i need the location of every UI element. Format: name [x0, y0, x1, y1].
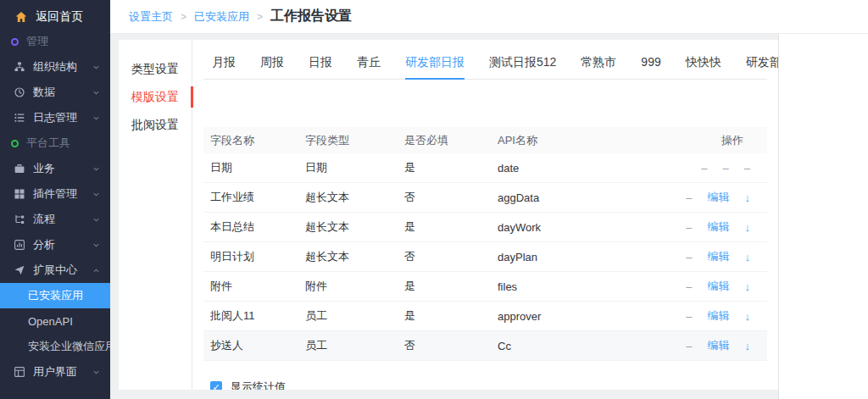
- back-to-home[interactable]: 返回首页: [0, 0, 110, 29]
- sidebar-item-label: 插件管理: [33, 186, 77, 202]
- sitemap-icon: [14, 62, 25, 72]
- tab-快快快[interactable]: 快快快: [686, 40, 721, 79]
- ring-icon: [11, 140, 19, 147]
- sidebar-group-label: 管理: [26, 34, 48, 49]
- sidebar-group-平台工具[interactable]: 平台工具: [0, 130, 110, 156]
- cell-actions: –编辑↓: [665, 331, 767, 361]
- ring-icon: [11, 38, 19, 46]
- cell-required: 是: [398, 213, 491, 242]
- edit-button[interactable]: 编辑: [708, 308, 730, 324]
- move-down-icon[interactable]: ↓: [745, 191, 751, 204]
- move-down-icon[interactable]: ↓: [745, 221, 751, 234]
- chevron-down-icon: [92, 216, 100, 224]
- cell-type: 超长文本: [298, 213, 398, 242]
- page-title: 工作报告设置: [270, 8, 352, 25]
- chevron-down-icon: [92, 165, 100, 173]
- cell-required: 是: [398, 302, 491, 331]
- edit-button[interactable]: 编辑: [708, 190, 730, 205]
- tab-999[interactable]: 999: [641, 40, 660, 79]
- tab-常熟市[interactable]: 常熟市: [581, 40, 616, 79]
- cell-actions: –编辑↓: [665, 183, 767, 213]
- settings-nav-item-批阅设置[interactable]: 批阅设置: [119, 111, 192, 139]
- tab-研发部日报[interactable]: 研发部日报: [405, 40, 465, 80]
- clock-icon: [14, 87, 25, 97]
- action-placeholder: –: [686, 221, 692, 234]
- sidebar-item-流程[interactable]: 流程: [0, 207, 110, 232]
- sidebar-subitem-label: 安装企业微信应用: [28, 339, 110, 354]
- table-row-批阅人11: 批阅人11员工是approver–编辑↓: [203, 302, 767, 331]
- breadcrumb: 设置主页>已安装应用>工作报告设置: [129, 8, 352, 25]
- move-down-icon[interactable]: ↓: [745, 340, 751, 352]
- sidebar-item-分析[interactable]: 分析: [0, 232, 110, 258]
- move-down-icon[interactable]: ↓: [745, 251, 751, 263]
- cell-type: 员工: [298, 302, 398, 331]
- sidebar-subitem-label: OpenAPI: [28, 315, 73, 328]
- table-row-本日总结: 本日总结超长文本是dayWork–编辑↓: [203, 213, 767, 242]
- show-stats-checkbox[interactable]: ✓: [210, 381, 222, 390]
- edit-button[interactable]: 编辑: [708, 249, 730, 264]
- cell-api: date: [491, 153, 665, 183]
- tab-青丘[interactable]: 青丘: [357, 40, 381, 79]
- settings-nav-item-类型设置[interactable]: 类型设置: [119, 55, 192, 83]
- breadcrumb-link[interactable]: 设置主页: [129, 9, 173, 25]
- breadcrumb-link[interactable]: 已安装应用: [194, 9, 249, 25]
- home-icon: [15, 11, 27, 23]
- sidebar-nav: 管理组织结构数据日志管理平台工具业务插件管理流程分析扩展中心已安装应用OpenA…: [0, 29, 110, 385]
- sidebar-item-label: 分析: [33, 237, 55, 252]
- move-down-icon[interactable]: ↓: [745, 310, 751, 323]
- cell-required: 是: [398, 153, 491, 183]
- cell-name: 日期: [203, 153, 298, 183]
- page-background: 类型设置模版设置批阅设置 月报周报日报青丘研发部日报测试日报512常熟市999快…: [110, 34, 778, 399]
- cell-type: 超长文本: [298, 183, 398, 213]
- tab-研发部月报[interactable]: 研发部月报: [746, 40, 778, 79]
- layout-icon: [14, 367, 25, 377]
- sidebar-item-业务[interactable]: 业务: [0, 156, 110, 181]
- settings-nav-item-模版设置[interactable]: 模版设置: [119, 83, 192, 111]
- action-placeholder: –: [744, 162, 750, 175]
- show-stats-label: 显示统计值: [231, 380, 286, 390]
- edit-button[interactable]: 编辑: [708, 219, 730, 235]
- chevron-up-icon: [92, 267, 100, 274]
- edit-button[interactable]: 编辑: [708, 338, 730, 353]
- sidebar-item-label: 业务: [33, 161, 55, 176]
- sidebar-subitem-label: 已安装应用: [28, 288, 83, 303]
- cell-name: 附件: [203, 272, 298, 302]
- sidebar-subitem-OpenAPI[interactable]: OpenAPI: [0, 308, 110, 334]
- check-icon: ✓: [212, 383, 220, 391]
- settings-card: 类型设置模版设置批阅设置 月报周报日报青丘研发部日报测试日报512常熟市999快…: [119, 40, 778, 390]
- tab-日报[interactable]: 日报: [309, 40, 332, 79]
- template-tabs: 月报周报日报青丘研发部日报测试日报512常熟市999快快快研发部月报研发部周报: [203, 40, 767, 80]
- action-placeholder: –: [686, 191, 692, 204]
- action-placeholder: –: [701, 162, 707, 175]
- sidebar-subitem-已安装应用[interactable]: 已安装应用: [0, 283, 110, 308]
- table-row-附件: 附件附件是files–编辑↓: [203, 272, 767, 302]
- sidebar-subitem-安装企业微信应用[interactable]: 安装企业微信应用: [0, 334, 110, 359]
- field-table: 字段名称字段类型是否必填API名称操作 日期日期是date–––工作业绩超长文本…: [203, 127, 767, 361]
- sidebar-item-用户界面[interactable]: 用户界面: [0, 359, 110, 385]
- edit-button[interactable]: 编辑: [708, 279, 730, 294]
- grid-icon: [14, 189, 25, 199]
- cell-api: Cc: [491, 331, 665, 361]
- sidebar-item-扩展中心[interactable]: 扩展中心: [0, 258, 110, 283]
- sidebar-item-插件管理[interactable]: 插件管理: [0, 181, 110, 207]
- tab-测试日报512[interactable]: 测试日报512: [489, 40, 556, 79]
- chart-icon: [14, 240, 25, 250]
- tab-周报[interactable]: 周报: [260, 40, 284, 79]
- sidebar-group-管理[interactable]: 管理: [0, 29, 110, 54]
- sidebar-item-数据[interactable]: 数据: [0, 80, 110, 105]
- sidebar-group-label: 平台工具: [26, 136, 70, 151]
- sidebar-item-组织结构[interactable]: 组织结构: [0, 54, 110, 80]
- back-to-home-label: 返回首页: [36, 9, 83, 25]
- move-down-icon[interactable]: ↓: [745, 280, 751, 293]
- action-placeholder: –: [686, 251, 692, 263]
- chevron-down-icon: [92, 241, 100, 249]
- briefcase-icon: [14, 163, 25, 174]
- column-header-字段类型: 字段类型: [298, 127, 398, 153]
- tab-月报[interactable]: 月报: [212, 40, 236, 79]
- cell-name: 明日计划: [203, 242, 298, 272]
- breadcrumb-separator: >: [257, 11, 263, 23]
- cell-actions: –编辑↓: [665, 272, 767, 302]
- column-header-字段名称: 字段名称: [203, 127, 298, 153]
- action-placeholder: –: [686, 280, 692, 293]
- sidebar-item-日志管理[interactable]: 日志管理: [0, 105, 110, 130]
